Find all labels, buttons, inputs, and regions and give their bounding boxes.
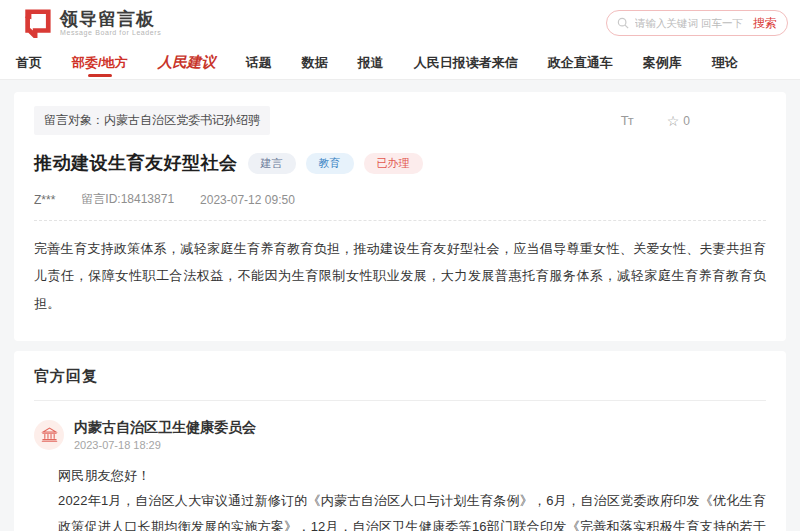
message-card: 留言对象：内蒙古自治区党委书记孙绍骋 Tт ☆ 0 推动建设生育友好型社会 建言… [14, 92, 786, 341]
main-nav: 首页 部委/地方 人民建议 话题 数据 报道 人民日报读者来信 政企直通车 案例… [0, 46, 800, 80]
nav-item-topics[interactable]: 话题 [246, 46, 272, 79]
tag-education: 教育 [306, 153, 354, 174]
reply-body: 网民朋友您好！ 2022年1月，自治区人大审议通过新修订的《内蒙古自治区人口与计… [58, 463, 766, 531]
font-size-icon[interactable]: Tт [621, 113, 633, 128]
reply-timestamp: 2023-07-18 18:29 [74, 439, 256, 451]
site-logo[interactable]: 领导留言板 Message Board for Leaders [22, 8, 161, 38]
star-icon: ☆ [667, 114, 680, 128]
message-body: 完善生育支持政策体系，减轻家庭生育养育教育负担，推动建设生育友好型社会，应当倡导… [34, 235, 766, 317]
nav-item-home[interactable]: 首页 [16, 46, 42, 79]
speech-bubble-logo-icon [22, 8, 52, 38]
nav-item-peoples-suggestions[interactable]: 人民建议 [158, 46, 216, 79]
nav-item-reader-letters[interactable]: 人民日报读者来信 [414, 46, 518, 79]
search-button[interactable]: 搜索 [747, 15, 777, 32]
agency-avatar [34, 420, 64, 450]
site-header: 领导留言板 Message Board for Leaders 搜索 [0, 0, 800, 46]
nav-item-data[interactable]: 数据 [302, 46, 328, 79]
official-reply-card: 官方回复 内蒙古自治区卫生健康委员会 [14, 351, 786, 531]
search-icon [617, 17, 629, 29]
official-reply-heading: 官方回复 [34, 367, 766, 401]
logo-subtitle: Message Board for Leaders [60, 29, 161, 36]
divider [34, 220, 766, 221]
nav-item-ministries-regions[interactable]: 部委/地方 [72, 46, 128, 79]
nav-item-theory[interactable]: 理论 [712, 46, 738, 79]
favorite-count: 0 [683, 114, 690, 128]
agency-name: 内蒙古自治区卫生健康委员会 [74, 419, 256, 437]
nav-item-case-library[interactable]: 案例库 [643, 46, 682, 79]
favorite-button[interactable]: ☆ 0 [667, 114, 690, 128]
reply-paragraph: 2022年1月，自治区人大审议通过新修订的《内蒙古自治区人口与计划生育条例》，6… [58, 488, 766, 531]
government-building-icon [41, 426, 58, 443]
page-content: 留言对象：内蒙古自治区党委书记孙绍骋 Tт ☆ 0 推动建设生育友好型社会 建言… [0, 80, 800, 531]
tag-status-handled: 已办理 [364, 153, 423, 174]
search-box[interactable]: 搜索 [606, 10, 788, 36]
message-id: 留言ID:18413871 [81, 191, 174, 208]
tag-suggestion: 建言 [248, 153, 296, 174]
message-author: Z*** [34, 193, 55, 207]
search-input[interactable] [635, 17, 747, 29]
logo-text: 领导留言板 Message Board for Leaders [60, 10, 161, 37]
message-target-chip: 留言对象：内蒙古自治区党委书记孙绍骋 [34, 106, 270, 135]
reply-paragraph: 网民朋友您好！ [58, 463, 766, 488]
logo-title: 领导留言板 [60, 10, 161, 30]
message-timestamp: 2023-07-12 09:50 [200, 193, 295, 207]
nav-item-gov-business-express[interactable]: 政企直通车 [548, 46, 613, 79]
message-title: 推动建设生育友好型社会 [34, 151, 238, 175]
nav-item-reports[interactable]: 报道 [358, 46, 384, 79]
